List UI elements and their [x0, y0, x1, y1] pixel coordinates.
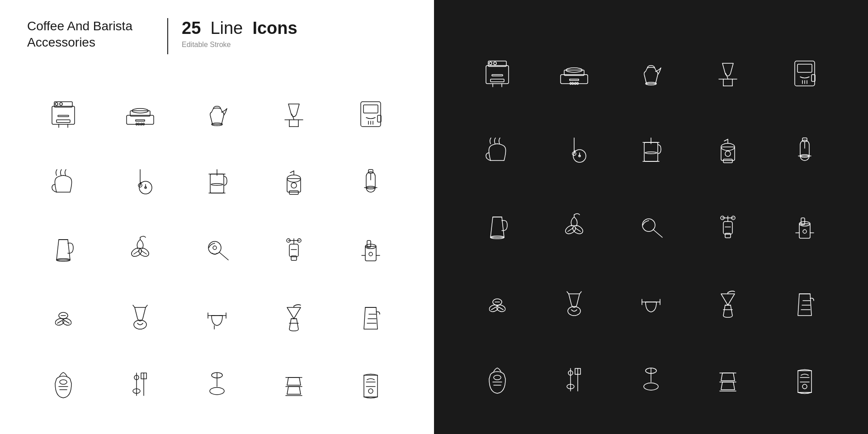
dark-icon-french-press [615, 113, 687, 185]
subtitle-line: 25 Line Icons [182, 18, 297, 39]
icon-espresso-machine [27, 81, 99, 145]
subtitle-word: Line [210, 19, 243, 38]
dark-icon-coffee-grinder [692, 113, 764, 185]
dark-icon-filter-drip-bag [538, 267, 610, 339]
svg-point-92 [210, 387, 224, 395]
svg-point-101 [489, 62, 492, 65]
dark-icon-drip-brewer [769, 36, 841, 108]
header-divider [167, 18, 168, 54]
svg-rect-41 [368, 170, 373, 173]
icon-coffee-grinder [258, 149, 330, 212]
svg-text:00:00: 00:00 [136, 122, 145, 126]
svg-rect-103 [492, 75, 503, 76]
icon-coffee-beans-bag [27, 285, 99, 348]
dark-icon-turkish-pot [461, 113, 533, 185]
dark-icon-portafilter [615, 267, 687, 339]
header: Coffee And Barista Accessories 25 Line I… [27, 18, 407, 68]
dark-panel: 00:00 [434, 0, 868, 434]
icon-stackable-cups [258, 353, 330, 416]
svg-rect-53 [289, 244, 298, 257]
svg-line-136 [724, 139, 728, 141]
icon-french-press [181, 149, 253, 212]
svg-rect-19 [363, 105, 378, 113]
svg-point-3 [60, 103, 62, 105]
dark-icon-coffee-package [769, 344, 841, 416]
dark-icon-coffee-beans-bag [461, 267, 533, 339]
subtitle-sub: Editable Stroke [182, 41, 297, 49]
svg-rect-106 [491, 79, 504, 82]
svg-line-69 [65, 321, 69, 323]
svg-line-167 [499, 307, 503, 310]
dark-icon-hand-grinder [692, 190, 764, 262]
icon-moka-pot [181, 81, 253, 145]
svg-rect-140 [802, 138, 807, 142]
subtitle-rest: Icons [252, 19, 297, 38]
icon-cupping-spoon [181, 217, 253, 280]
dark-icon-pour-over-stand [692, 36, 764, 108]
svg-point-65 [369, 252, 373, 256]
svg-rect-118 [797, 64, 812, 72]
icon-filter-drip-bag [104, 285, 176, 348]
svg-line-67 [57, 321, 62, 323]
light-panel: Coffee And Barista Accessories 25 Line I… [0, 0, 434, 434]
svg-rect-34 [287, 179, 301, 192]
svg-rect-138 [723, 159, 732, 163]
dark-icon-aeropress [769, 113, 841, 185]
svg-point-85 [60, 380, 67, 384]
dark-icon-canister-grinder [769, 190, 841, 262]
dark-icon-measuring-jug [769, 267, 841, 339]
dark-icons-grid: 00:00 [461, 36, 841, 416]
icon-pour-over-stand [258, 81, 330, 145]
svg-point-190 [644, 383, 658, 390]
light-icons-grid: 00:00 [27, 81, 407, 416]
dark-icon-tamper [615, 344, 687, 416]
icon-aeropress [335, 149, 407, 212]
icon-coffee-scale: 00:00 [104, 81, 176, 145]
dark-icon-stackable-cups [692, 344, 764, 416]
dark-icon-espresso-machine [461, 36, 533, 108]
svg-rect-4 [58, 115, 69, 117]
svg-rect-39 [289, 191, 298, 194]
icon-coffee-bag [27, 353, 99, 416]
svg-text:00:00: 00:00 [570, 81, 579, 85]
svg-rect-7 [57, 120, 70, 123]
svg-point-102 [494, 62, 496, 65]
dark-icon-coffee-bag [461, 344, 533, 416]
svg-line-51 [219, 252, 228, 260]
svg-point-38 [291, 183, 297, 188]
icon-chemex [258, 285, 330, 348]
icon-tamper-gauge [104, 149, 176, 212]
svg-rect-151 [723, 222, 732, 234]
svg-rect-11 [136, 120, 145, 121]
svg-line-49 [141, 250, 146, 254]
subtitle-number: 25 [182, 19, 201, 38]
svg-point-196 [802, 384, 807, 389]
icon-milk-pitcher [27, 217, 99, 280]
dark-icon-milk-pitcher [461, 190, 533, 262]
icon-drip-brewer [335, 81, 407, 145]
icon-canister-grinder [335, 217, 407, 280]
subtitle-block: 25 Line Icons Editable Stroke [182, 18, 297, 49]
svg-point-183 [494, 375, 501, 380]
svg-rect-110 [570, 79, 579, 80]
svg-line-165 [491, 307, 496, 310]
dark-icon-cupping-spoon [615, 190, 687, 262]
dark-icon-tamper-gauge [538, 113, 610, 185]
main-title: Coffee And Barista Accessories [27, 18, 154, 51]
title-block: Coffee And Barista Accessories [27, 18, 154, 51]
dark-icon-moka-pot [615, 36, 687, 108]
svg-point-2 [55, 103, 58, 105]
dark-icon-chemex [692, 267, 764, 339]
icon-measuring-jug [335, 285, 407, 348]
svg-point-137 [725, 151, 731, 156]
svg-line-148 [575, 228, 580, 231]
svg-point-31 [211, 184, 223, 185]
icon-tamper [181, 353, 253, 416]
svg-point-98 [368, 389, 373, 393]
dark-icon-barista-tools [538, 344, 610, 416]
icon-portafilter [181, 285, 253, 348]
svg-line-150 [653, 230, 662, 237]
svg-point-163 [803, 230, 807, 233]
icon-hand-grinder [258, 217, 330, 280]
svg-line-37 [290, 171, 294, 173]
